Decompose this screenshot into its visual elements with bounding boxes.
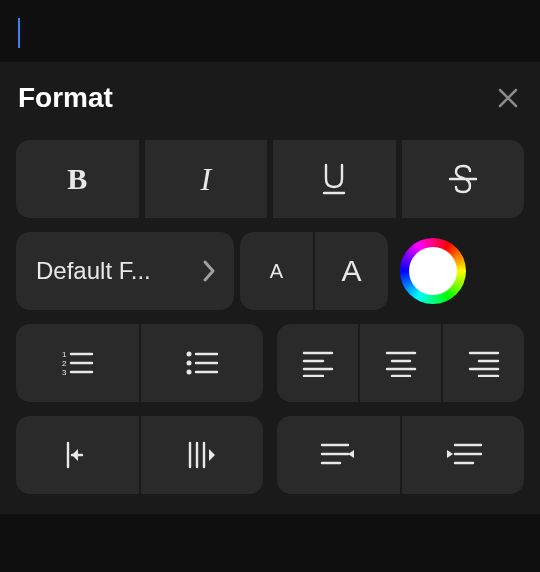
font-label: Default F... [36,257,151,285]
numbered-list-button[interactable]: 1 2 3 [16,324,139,402]
rtl-button[interactable] [277,416,400,494]
text-style-row: B I [16,140,524,218]
list-align-row: 1 2 3 [16,324,524,402]
close-button[interactable] [494,84,522,112]
font-selector[interactable]: Default F... [16,232,234,310]
bullet-list-button[interactable] [141,324,264,402]
increase-indent-button[interactable] [141,416,264,494]
strikethrough-button[interactable] [402,140,525,218]
text-color-button[interactable] [394,232,472,310]
indent-row [16,416,524,494]
align-right-icon [467,349,501,377]
color-wheel-icon [400,238,466,304]
font-row: Default F... A A [16,232,524,310]
increase-indent-icon [182,439,222,471]
svg-text:1: 1 [62,350,67,359]
direction-group [277,416,524,494]
close-icon [496,86,520,110]
editor-area[interactable] [0,0,540,62]
text-size-decrease[interactable]: A [240,232,313,310]
ltr-icon [443,440,483,470]
underline-button[interactable] [273,140,396,218]
underline-icon [320,161,348,197]
text-size-group: A A [240,232,388,310]
numbered-list-icon: 1 2 3 [58,348,96,378]
color-swatch [409,247,457,295]
align-left-icon [301,349,335,377]
text-size-increase[interactable]: A [315,232,388,310]
align-left-button[interactable] [277,324,358,402]
svg-text:3: 3 [62,368,67,377]
panel-header: Format [16,62,524,140]
ltr-button[interactable] [402,416,525,494]
bold-button[interactable]: B [16,140,139,218]
indent-group [16,416,263,494]
panel-title: Format [18,82,113,114]
decrease-indent-button[interactable] [16,416,139,494]
align-right-button[interactable] [443,324,524,402]
align-center-button[interactable] [360,324,441,402]
svg-text:2: 2 [62,359,67,368]
rtl-icon [318,440,358,470]
decrease-indent-icon [58,439,96,471]
svg-point-5 [186,370,191,375]
align-group [277,324,524,402]
strikethrough-icon [448,163,478,195]
list-group: 1 2 3 [16,324,263,402]
chevron-right-icon [202,259,216,283]
italic-button[interactable]: I [145,140,268,218]
text-cursor [18,18,20,48]
align-center-icon [384,349,418,377]
svg-point-3 [186,352,191,357]
format-panel: Format B I Default F... A A [0,62,540,514]
bullet-list-icon [183,348,221,378]
svg-point-4 [186,361,191,366]
